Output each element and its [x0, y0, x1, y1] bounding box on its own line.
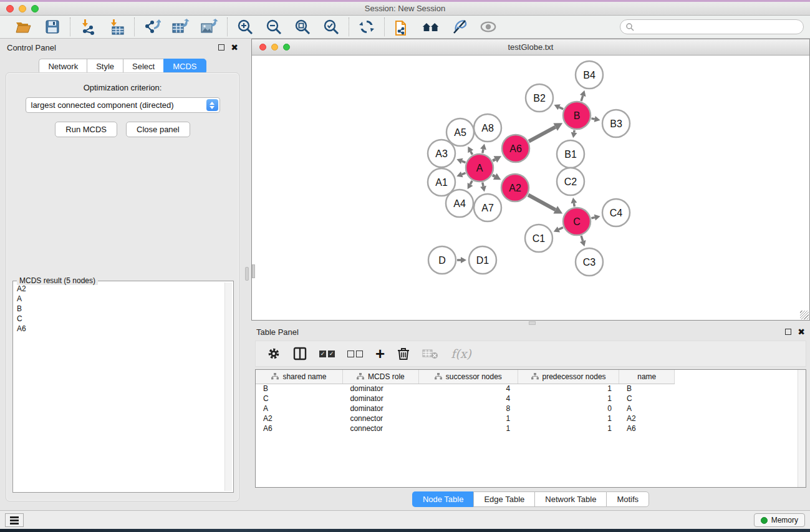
- zoom-in-icon[interactable]: [236, 18, 254, 36]
- tab-node-table[interactable]: Node Table: [412, 491, 474, 507]
- table-cell[interactable]: 1: [518, 414, 619, 423]
- graph-edge-A-A4[interactable]: [470, 181, 472, 185]
- graph-edge-A-A8[interactable]: [483, 149, 483, 153]
- search-field[interactable]: [620, 19, 804, 34]
- mcds-result-item[interactable]: A6: [14, 324, 223, 334]
- graph-edge-A-A1[interactable]: [462, 173, 466, 174]
- table-cell[interactable]: C: [619, 394, 675, 404]
- export-network-icon[interactable]: [143, 18, 161, 36]
- close-panel-icon[interactable]: ✖: [231, 44, 238, 51]
- table-row[interactable]: Bdominator41B: [256, 384, 675, 394]
- table-cell[interactable]: connector: [342, 414, 418, 423]
- table-row[interactable]: Adominator80A: [256, 404, 675, 414]
- divider-grip[interactable]: [245, 267, 249, 281]
- column-header-predecessor-nodes[interactable]: predecessor nodes: [518, 370, 619, 384]
- column-header-mcds-role[interactable]: MCDS role: [342, 370, 418, 384]
- run-mcds-button[interactable]: Run MCDS: [55, 122, 117, 137]
- graph-edge-C-C1[interactable]: [559, 228, 563, 230]
- table-cell[interactable]: 1: [518, 394, 619, 404]
- tab-edge-table[interactable]: Edge Table: [473, 491, 534, 507]
- table-cell[interactable]: dominator: [342, 384, 418, 394]
- table-cell[interactable]: A2: [619, 414, 675, 423]
- network-window-titlebar[interactable]: testGlobe.txt: [252, 39, 809, 56]
- table-row[interactable]: Cdominator41C: [256, 394, 675, 404]
- graph-edge-A6-B[interactable]: [529, 127, 556, 142]
- deselect-all-columns-icon[interactable]: [347, 346, 363, 362]
- preview-eye-icon[interactable]: [480, 18, 497, 36]
- table-cell[interactable]: C: [256, 394, 342, 404]
- export-table-icon[interactable]: [172, 18, 190, 36]
- table-row[interactable]: A2connector11A2: [256, 414, 675, 423]
- search-input[interactable]: [634, 21, 803, 33]
- graph-edge-A-A3[interactable]: [462, 161, 466, 162]
- float-panel-icon[interactable]: [218, 44, 224, 51]
- graph-edge-A-A6[interactable]: [493, 159, 495, 160]
- function-builder-icon[interactable]: f(x): [451, 346, 471, 362]
- table-cell[interactable]: B: [619, 384, 675, 394]
- close-panel-button[interactable]: Close panel: [126, 122, 190, 137]
- column-header-name[interactable]: name: [619, 370, 675, 384]
- table-cell[interactable]: 1: [518, 384, 619, 394]
- home-layout-icon[interactable]: [422, 18, 440, 36]
- table-vertical-scrollbar[interactable]: [798, 370, 806, 487]
- network-vertical-scrollbar[interactable]: [252, 264, 255, 278]
- result-scrollbar[interactable]: [224, 283, 232, 491]
- mcds-result-item[interactable]: A2: [14, 284, 223, 294]
- hide-labels-icon[interactable]: [451, 18, 468, 36]
- graph-edge-B-B1[interactable]: [574, 130, 575, 133]
- table-row[interactable]: A6connector11A6: [256, 423, 675, 433]
- refresh-icon[interactable]: [358, 18, 375, 36]
- graph-edge-A2-C[interactable]: [528, 195, 556, 210]
- split-pane-divider[interactable]: [243, 39, 251, 505]
- delete-column-trash-icon[interactable]: [397, 346, 410, 362]
- graph-edge-B-B3[interactable]: [592, 118, 595, 119]
- zoom-selected-icon[interactable]: [322, 18, 340, 36]
- zoom-fit-icon[interactable]: [294, 18, 311, 36]
- network-from-file-icon[interactable]: [393, 18, 411, 36]
- window-resize-grip[interactable]: [800, 311, 809, 319]
- mcds-result-item[interactable]: A: [14, 294, 223, 304]
- graph-edge-C-C3[interactable]: [581, 236, 583, 241]
- export-image-icon[interactable]: [201, 18, 218, 36]
- delete-table-icon[interactable]: [422, 346, 438, 362]
- graph-edge-B-B2[interactable]: [559, 107, 564, 109]
- column-header-shared-name[interactable]: shared name: [256, 370, 342, 384]
- table-cell[interactable]: 4: [418, 394, 518, 404]
- table-cell[interactable]: 1: [518, 423, 619, 433]
- tab-network-table[interactable]: Network Table: [534, 491, 606, 507]
- table-cell[interactable]: 8: [418, 404, 518, 414]
- table-cell[interactable]: connector: [342, 423, 418, 433]
- table-cell[interactable]: dominator: [342, 404, 418, 414]
- close-table-panel-icon[interactable]: ✖: [798, 329, 805, 335]
- mcds-result-item[interactable]: C: [14, 314, 223, 324]
- graph-edge-A-A2[interactable]: [493, 175, 495, 177]
- tab-motifs[interactable]: Motifs: [606, 491, 649, 507]
- graph-edge-A-A7[interactable]: [483, 183, 483, 186]
- table-cell[interactable]: 4: [418, 384, 518, 394]
- task-history-button[interactable]: [5, 513, 24, 527]
- table-cell[interactable]: dominator: [342, 394, 418, 404]
- select-all-columns-icon[interactable]: ✓✓: [319, 346, 335, 362]
- save-session-icon[interactable]: [44, 18, 61, 36]
- open-file-icon[interactable]: [15, 18, 32, 36]
- graph-edge-A-A5[interactable]: [471, 152, 473, 155]
- column-header-successor-nodes[interactable]: successor nodes: [418, 370, 518, 384]
- float-table-panel-icon[interactable]: [785, 329, 791, 335]
- import-table-icon[interactable]: [108, 18, 125, 36]
- mcds-result-item[interactable]: B: [14, 304, 223, 314]
- add-column-icon[interactable]: +: [375, 346, 385, 362]
- table-cell[interactable]: 1: [418, 414, 518, 423]
- table-cell[interactable]: A: [256, 404, 342, 414]
- table-cell[interactable]: B: [256, 384, 342, 394]
- graph-edge-C-C4[interactable]: [591, 218, 594, 218]
- table-settings-gear-icon[interactable]: [267, 346, 281, 362]
- table-cell[interactable]: 0: [518, 404, 619, 414]
- graph-edge-C-C2[interactable]: [574, 203, 574, 207]
- network-canvas[interactable]: B4B2BB3A8A5A6A3B1AA1C2A2A4A7C4CC1DD1C3: [252, 56, 809, 320]
- graph-edge-B-B4[interactable]: [581, 95, 583, 101]
- table-cell[interactable]: 1: [418, 423, 518, 433]
- import-network-icon[interactable]: [79, 18, 97, 36]
- table-cell[interactable]: A6: [256, 423, 342, 433]
- table-cell[interactable]: A2: [256, 414, 342, 423]
- show-columns-icon[interactable]: [293, 346, 307, 362]
